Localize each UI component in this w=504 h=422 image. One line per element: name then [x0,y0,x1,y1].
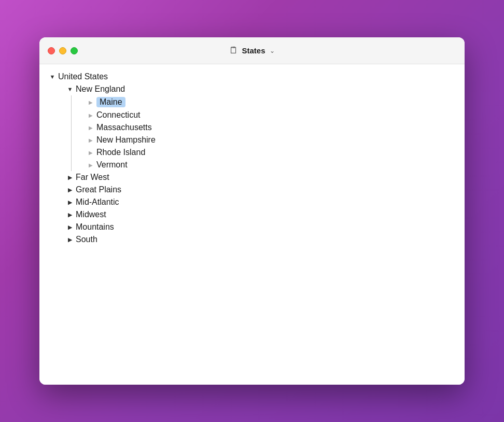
window-title: States [242,46,265,55]
collapsed-arrow-icon: ▶ [68,212,72,218]
collapsed-arrow-icon: ▶ [68,174,72,181]
new-hampshire-label: New Hampshire [96,135,156,145]
arrow-mid-atlantic: ▶ [65,198,75,207]
collapsed-arrow-icon: ▶ [68,187,72,193]
connecticut-label: Connecticut [96,110,141,120]
arrow-great-plains: ▶ [65,185,75,194]
united-states-label: United States [58,72,108,81]
new-england-children: ▶ Maine ▶ Connecticut ▶ Massachusetts [39,95,465,171]
tree-item-maine[interactable]: ▶ Maine [39,95,465,109]
far-west-label: Far West [76,173,109,182]
tree-item-new-england[interactable]: ▼ New England [39,83,465,95]
collapsed-arrow-icon: ▶ [89,162,93,168]
collapsed-arrow-icon: ▶ [89,150,93,156]
tree-item-new-hampshire[interactable]: ▶ New Hampshire [39,134,465,146]
close-button[interactable] [48,47,55,54]
arrow-midwest: ▶ [65,210,75,219]
tree-item-connecticut[interactable]: ▶ Connecticut [39,109,465,121]
title-area: 🗒 States ⌄ [229,45,274,56]
collapsed-arrow-icon: ▶ [89,112,93,118]
tree-content: ▼ United States ▼ New England ▶ Maine [39,64,465,385]
tree-item-vermont[interactable]: ▶ Vermont [39,159,465,171]
mountains-label: Mountains [76,222,114,232]
minimize-button[interactable] [59,47,66,54]
collapsed-arrow-icon: ▶ [68,224,72,231]
collapsed-arrow-icon: ▶ [68,199,72,206]
south-label: South [76,235,97,244]
arrow-massachusetts: ▶ [86,123,95,132]
arrow-connecticut: ▶ [86,110,95,120]
tree-item-south[interactable]: ▶ South [39,233,465,246]
expand-arrow-icon: ▼ [50,74,55,80]
document-icon: 🗒 [229,45,239,56]
maine-label: Maine [96,97,125,107]
collapsed-arrow-icon: ▶ [89,100,93,105]
title-chevron-icon[interactable]: ⌄ [270,47,275,54]
arrow-south: ▶ [65,235,75,244]
arrow-united-states: ▼ [48,72,57,81]
arrow-rhode-island: ▶ [86,148,95,157]
massachusetts-label: Massachusetts [96,123,152,132]
arrow-mountains: ▶ [65,222,75,232]
tree-item-midwest[interactable]: ▶ Midwest [39,208,465,221]
tree-item-mid-atlantic[interactable]: ▶ Mid-Atlantic [39,196,465,208]
arrow-new-hampshire: ▶ [86,135,95,145]
arrow-vermont: ▶ [86,160,95,170]
arrow-maine: ▶ [86,97,95,107]
main-window: 🗒 States ⌄ ▼ United States ▼ New England [39,37,465,385]
arrow-far-west: ▶ [65,173,75,182]
collapsed-arrow-icon: ▶ [68,236,72,243]
tree-item-mountains[interactable]: ▶ Mountains [39,221,465,233]
mid-atlantic-label: Mid-Atlantic [76,198,119,207]
tree-item-great-plains[interactable]: ▶ Great Plains [39,184,465,196]
vermont-label: Vermont [96,160,128,170]
tree-item-massachusetts[interactable]: ▶ Massachusetts [39,121,465,134]
tree-item-far-west[interactable]: ▶ Far West [39,171,465,184]
collapsed-arrow-icon: ▶ [89,125,93,131]
tree-item-united-states[interactable]: ▼ United States [39,71,465,83]
maximize-button[interactable] [71,47,78,54]
traffic-lights [48,47,78,54]
midwest-label: Midwest [76,210,106,219]
titlebar: 🗒 States ⌄ [39,37,465,64]
rhode-island-label: Rhode Island [96,148,145,157]
tree-item-rhode-island[interactable]: ▶ Rhode Island [39,146,465,159]
great-plains-label: Great Plains [76,185,121,194]
new-england-label: New England [76,85,125,94]
arrow-new-england: ▼ [65,85,75,94]
expand-arrow-icon: ▼ [67,86,73,92]
collapsed-arrow-icon: ▶ [89,137,93,143]
